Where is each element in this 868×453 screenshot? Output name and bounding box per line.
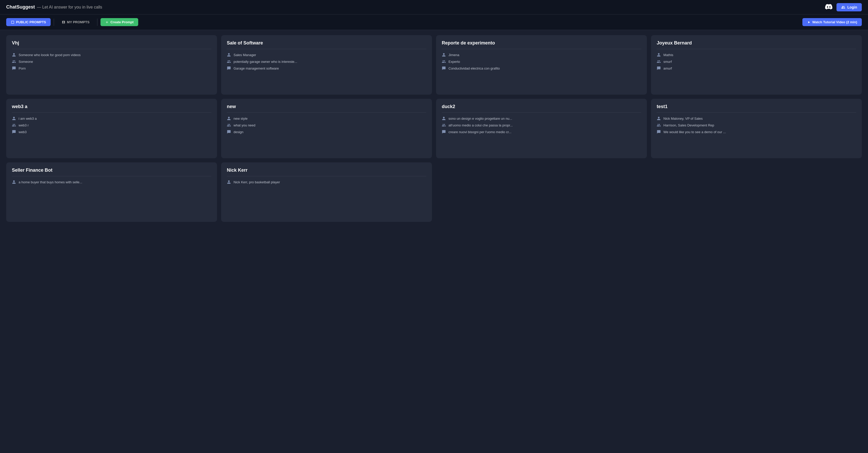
card-title: Joyeux Bernard xyxy=(657,40,856,49)
card-field-row1: Sales Manager xyxy=(227,53,426,57)
card-field-row2-text: Someone xyxy=(19,60,33,64)
card-field-row1-text: i am web3 a xyxy=(19,117,37,120)
card-field-row2: what you need xyxy=(227,123,426,127)
card-field-row3: We would like you to see a demo of our .… xyxy=(657,130,856,134)
header-left: ChatSuggest — Let AI answer for you in l… xyxy=(6,4,102,10)
card-title: Sale of Software xyxy=(227,40,426,49)
card-field-row1-text: Nick Kerr, pro basketball player xyxy=(234,180,280,184)
toolbar-left: PUBLIC PROMPTS MY PROMPTS Create Prompt xyxy=(6,18,138,26)
card-field-row1: new style xyxy=(227,116,426,120)
card-field-row1-text: Jimena xyxy=(448,53,459,57)
prompt-card[interactable]: Joyeux Bernard Mathis smurf amurf xyxy=(651,35,862,95)
card-field-row2-text: what you need xyxy=(234,123,255,127)
card-field-row3: Garage management software xyxy=(227,66,426,70)
card-title: new xyxy=(227,104,426,113)
card-field-row1-text: a home buyer that buys homes with selle.… xyxy=(19,180,82,184)
prompt-card[interactable]: test1 Nick Maloney, VP of Sales Harrison… xyxy=(651,99,862,158)
tab-divider-2 xyxy=(97,19,97,26)
header-right: Login xyxy=(825,3,862,11)
brand-title: ChatSuggest xyxy=(6,4,35,10)
card-field-row3-text: web3 xyxy=(19,130,27,134)
card-field-row1-text: Nick Maloney, VP of Sales xyxy=(663,117,703,120)
card-field-row2: Experto xyxy=(442,59,641,64)
prompt-card[interactable]: Seller Finance Bot a home buyer that buy… xyxy=(6,162,217,222)
card-field-row3: design xyxy=(227,130,426,134)
card-field-row3: Conductividad electrica con grafito xyxy=(442,66,641,70)
card-field-row2-text: web3 r xyxy=(19,123,29,127)
public-prompts-tab[interactable]: PUBLIC PROMPTS xyxy=(6,18,51,26)
card-field-row1: Nick Maloney, VP of Sales xyxy=(657,116,856,120)
my-prompts-tab[interactable]: MY PROMPTS xyxy=(57,18,94,26)
card-field-row1-text: Mathis xyxy=(663,53,673,57)
card-field-row2: potentially garage owner who is interest… xyxy=(227,59,426,64)
card-title: Vhj xyxy=(12,40,211,49)
card-title: test1 xyxy=(657,104,856,113)
card-field-row2: Harrison, Sales Development Rep xyxy=(657,123,856,127)
card-title: Reporte de experimento xyxy=(442,40,641,49)
card-field-row3: web3 xyxy=(12,130,211,134)
discord-icon[interactable] xyxy=(825,3,832,11)
card-field-row3-text: amurf xyxy=(663,66,672,70)
card-field-row1-text: Someone who loook for good porn videos xyxy=(19,53,81,57)
card-field-row1-text: sono un design e voglio progettare un nu… xyxy=(448,117,512,120)
card-field-row2: web3 r xyxy=(12,123,211,127)
card-field-row2: smurf xyxy=(657,59,856,64)
card-field-row2: all'uomo medio a colui che passa la prop… xyxy=(442,123,641,127)
card-field-row1: Nick Kerr, pro basketball player xyxy=(227,180,426,184)
card-title: web3 a xyxy=(12,104,211,113)
card-title: duck2 xyxy=(442,104,641,113)
header: ChatSuggest — Let AI answer for you in l… xyxy=(0,0,868,15)
login-label: Login xyxy=(847,5,857,9)
card-field-row2-text: Experto xyxy=(448,60,460,64)
card-field-row3-text: design xyxy=(234,130,243,134)
prompt-card[interactable]: new new style what you need design xyxy=(221,99,432,158)
card-field-row3: amurf xyxy=(657,66,856,70)
card-title: Nick Kerr xyxy=(227,168,426,176)
card-field-row3: Porn xyxy=(12,66,211,70)
login-button[interactable]: Login xyxy=(836,3,862,11)
card-field-row2-text: Harrison, Sales Development Rep xyxy=(663,123,714,127)
prompt-card[interactable]: Reporte de experimento Jimena Experto Co… xyxy=(436,35,647,95)
main-content: Vhj Someone who loook for good porn vide… xyxy=(0,30,868,227)
card-field-row2-text: potentially garage owner who is interest… xyxy=(234,60,297,64)
card-field-row3-text: We would like you to see a demo of our .… xyxy=(663,130,726,134)
tab-divider xyxy=(54,19,54,26)
card-field-row2-text: all'uomo medio a colui che passa la prop… xyxy=(448,123,513,127)
card-field-row1: Someone who loook for good porn videos xyxy=(12,53,211,57)
watch-tutorial-button[interactable]: Watch Tutorial Video (2 min) xyxy=(802,18,862,26)
card-field-row1: sono un design e voglio progettare un nu… xyxy=(442,116,641,120)
card-field-row1: a home buyer that buys homes with selle.… xyxy=(12,180,211,184)
card-field-row1: i am web3 a xyxy=(12,116,211,120)
header-tagline: — Let AI answer for you in live calls xyxy=(37,5,102,9)
prompt-card[interactable]: Sale of Software Sales Manager potential… xyxy=(221,35,432,95)
card-field-row1-text: new style xyxy=(234,117,247,120)
card-field-row1: Mathis xyxy=(657,53,856,57)
card-field-row3-text: Porn xyxy=(19,66,26,70)
card-field-row2-text: smurf xyxy=(663,60,672,64)
cards-grid: Vhj Someone who loook for good porn vide… xyxy=(6,35,862,222)
card-title: Seller Finance Bot xyxy=(12,168,211,176)
toolbar: PUBLIC PROMPTS MY PROMPTS Create Prompt … xyxy=(0,15,868,30)
my-prompts-label: MY PROMPTS xyxy=(67,20,89,24)
card-field-row2: Someone xyxy=(12,59,211,64)
card-field-row3-text: Garage management software xyxy=(234,66,279,70)
card-field-row3-text: creare nuovi bisogni per l'uomo medio cr… xyxy=(448,130,512,134)
card-field-row3-text: Conductividad electrica con grafito xyxy=(448,66,500,70)
create-prompt-button[interactable]: Create Prompt xyxy=(100,18,138,26)
prompt-card[interactable]: web3 a i am web3 a web3 r web3 xyxy=(6,99,217,158)
create-prompt-label: Create Prompt xyxy=(110,20,133,24)
card-field-row3: creare nuovi bisogni per l'uomo medio cr… xyxy=(442,130,641,134)
card-field-row1-text: Sales Manager xyxy=(234,53,256,57)
public-prompts-label: PUBLIC PROMPTS xyxy=(16,20,46,24)
prompt-card[interactable]: Nick Kerr Nick Kerr, pro basketball play… xyxy=(221,162,432,222)
card-field-row1: Jimena xyxy=(442,53,641,57)
prompt-card[interactable]: Vhj Someone who loook for good porn vide… xyxy=(6,35,217,95)
watch-tutorial-label: Watch Tutorial Video (2 min) xyxy=(812,20,857,24)
prompt-card[interactable]: duck2 sono un design e voglio progettare… xyxy=(436,99,647,158)
